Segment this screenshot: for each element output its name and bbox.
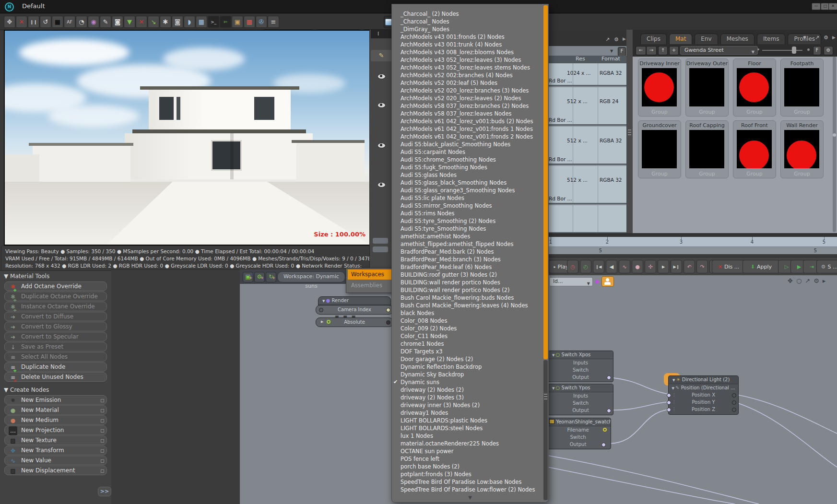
palette-icon[interactable]: ▩ bbox=[244, 16, 255, 28]
timeline-ruler[interactable]: 12345 bbox=[548, 237, 837, 246]
scroll-down-indicator[interactable]: ▼ bbox=[392, 495, 548, 500]
dropdown-item[interactable]: OCTANE sun power bbox=[392, 447, 548, 455]
script-list-icon[interactable]: ≡ bbox=[268, 16, 279, 28]
pose-icon[interactable]: ✣ bbox=[645, 260, 656, 273]
discard-button[interactable]: ✕Dis ... bbox=[712, 260, 745, 273]
visibility-eye-icon[interactable] bbox=[377, 74, 386, 79]
port-position-y[interactable]: Position Y⋮ bbox=[669, 399, 738, 406]
dropdown-item[interactable]: DOF Targets x3 bbox=[392, 348, 548, 355]
dropdown-item[interactable]: Bush Carol Mackie_flowering:leaves (4) N… bbox=[392, 302, 548, 309]
arrow-icon[interactable]: ▶ bbox=[623, 36, 626, 41]
workspace-refresh-icon[interactable]: ↻+ bbox=[266, 272, 276, 282]
cut-icon[interactable]: ✄ bbox=[220, 16, 231, 28]
dropdown-item[interactable]: ArchModels v52 002:leaf (5) Nodes bbox=[392, 79, 548, 87]
key-wave-icon[interactable]: ∿ bbox=[619, 260, 630, 273]
export-render-icon[interactable]: ↘ bbox=[148, 16, 159, 28]
path-dropdown[interactable]: Gwenda Street ▼ bbox=[680, 46, 758, 55]
back-button[interactable]: ← bbox=[636, 46, 646, 55]
tool-convert-to-specular[interactable]: Convert to Specular➜ bbox=[4, 332, 107, 341]
node-directional-light[interactable]: ▼ ☀ Directional Light (2) ▼ ✎ Position (… bbox=[668, 375, 739, 415]
exposure-pin-icon[interactable]: ◔ bbox=[76, 16, 87, 28]
node-switch-ypos[interactable]: ▼ ○ Switch Ypos InputsSwitchOutput bbox=[548, 384, 613, 415]
dropdown-item[interactable]: BradfordPear_Med:branch (3) Nodes bbox=[392, 256, 548, 263]
port-output[interactable]: Output bbox=[548, 407, 613, 414]
material-tile[interactable]: FootpathGroup bbox=[780, 59, 824, 117]
dropdown-item[interactable]: ArchModels v52 020_lorez:leaves (2) Node… bbox=[392, 94, 548, 102]
time-up-icon[interactable]: ◷ bbox=[567, 260, 578, 273]
dropdown-item[interactable]: ArchModels v52 020_lorez:branches (3) No… bbox=[392, 87, 548, 94]
add-button[interactable]: + bbox=[669, 46, 679, 55]
material-tile[interactable]: Driveway InnerGroup bbox=[638, 59, 681, 117]
dropdown-item[interactable]: driveway (2) Nodes (3) bbox=[392, 394, 548, 401]
kernel-tools-icon[interactable]: ✱ bbox=[160, 16, 171, 28]
apply-button[interactable]: ⬇Apply bbox=[743, 260, 780, 273]
schematic-viewport-right[interactable]: ld... ▼ ◆ ✥○↗⚙▸ ▼ ○ Switch Xpos InputsSw… bbox=[548, 275, 837, 504]
dropdown-item[interactable]: Door garage (2) Nodes (2) bbox=[392, 355, 548, 363]
dropdown-item[interactable]: Audi S5:chrome_Smoothing Nodes bbox=[392, 156, 548, 164]
settings-button[interactable]: ⚙S ... bbox=[816, 260, 837, 273]
port-inputs[interactable]: Inputs bbox=[548, 359, 613, 366]
redo-icon[interactable]: ↷ bbox=[696, 260, 708, 273]
tool-new-emission[interactable]: New Emission✹ bbox=[4, 395, 107, 405]
dropdown-item[interactable]: Audi S5:rims Nodes bbox=[392, 210, 548, 217]
dropdown-item[interactable]: _DimGray_ Nodes bbox=[392, 25, 548, 33]
popup-item-workspaces[interactable]: Workspaces bbox=[348, 270, 392, 280]
dropdown-scrollbar-thumb[interactable] bbox=[543, 5, 548, 359]
forward-button[interactable]: → bbox=[646, 46, 657, 55]
port-inputs[interactable]: Inputs bbox=[548, 392, 613, 399]
whitebalance-pin-icon[interactable]: ◉ bbox=[88, 16, 99, 28]
image-viewer-icon[interactable]: ▣ bbox=[232, 16, 243, 28]
dropdown-item[interactable]: _Charcoal_ Nodes bbox=[392, 18, 548, 25]
workspace-selector[interactable]: Workspace: Dynamic suns bbox=[277, 271, 345, 282]
dropdown-scrollbar-track[interactable] bbox=[543, 360, 548, 500]
step-fwd-icon[interactable]: ▶ bbox=[658, 260, 669, 273]
stop-render-icon[interactable]: ■ bbox=[52, 16, 63, 28]
dropdown-item[interactable]: BradfordPear_Med:bark (2) Nodes bbox=[392, 248, 548, 256]
dropdown-item[interactable]: Audi S5:mirror_Smoothing Nodes bbox=[392, 202, 548, 210]
port-switch[interactable]: Switch bbox=[548, 366, 613, 374]
clear-render-icon[interactable]: ✕ bbox=[136, 16, 147, 28]
tool-convert-to-diffuse[interactable]: Convert to Diffuse➜ bbox=[4, 312, 107, 321]
node-switch-xpos[interactable]: ▼ ○ Switch Xpos InputsSwitchOutput bbox=[548, 351, 613, 382]
goto-start-icon[interactable]: ❙◀ bbox=[593, 260, 604, 273]
dropdown-item[interactable]: potplant:fronds (3) Nodes bbox=[392, 470, 548, 478]
minimize-button[interactable]: — bbox=[812, 3, 821, 10]
expand-icon[interactable]: ↗ bbox=[605, 36, 610, 43]
dropdown-item[interactable]: ArchModels v43 052_lorez:leaves (3) Node… bbox=[392, 56, 548, 64]
dropdown-item[interactable]: amethist_flipped:amethist_flipped Nodes bbox=[392, 240, 548, 248]
visibility-eye-icon[interactable] bbox=[377, 143, 386, 148]
close-button[interactable]: ✕ bbox=[828, 3, 837, 10]
goto-end-icon[interactable]: ▶❙ bbox=[671, 260, 682, 273]
time-down-icon[interactable]: ◴ bbox=[580, 260, 591, 273]
new-workspace-icon[interactable]: ▣+ bbox=[243, 272, 253, 282]
workspace-settings-icon[interactable]: ⚙+ bbox=[254, 272, 265, 282]
tool-add-octane-override[interactable]: Add Octane Override✱✚ bbox=[4, 281, 107, 291]
input-dot[interactable] bbox=[319, 308, 323, 312]
dropdown-item[interactable]: porch base Nodes (2) bbox=[392, 463, 548, 470]
output-dot[interactable] bbox=[386, 308, 390, 312]
step-back-icon[interactable]: ◀ bbox=[606, 260, 617, 273]
dropdown-item[interactable]: Audi S5:tyre_Smoothing Nodes bbox=[392, 225, 548, 233]
dropdown-item[interactable]: amethist:amethist Nodes bbox=[392, 233, 548, 240]
dropdown-item[interactable]: SpeedTree Bird Of Paradise Low:flower (2… bbox=[392, 486, 548, 493]
dropdown-item[interactable]: ArchModels v61 042_lorez_v001:fronds 1 N… bbox=[392, 125, 548, 133]
dropdown-item[interactable]: ArchModels v43 001:fronds (2) Nodes bbox=[392, 33, 548, 41]
chevron-down-icon[interactable]: ▼ bbox=[803, 35, 806, 40]
visibility-eye-icon[interactable] bbox=[377, 103, 386, 108]
tab-clips[interactable]: Clips bbox=[640, 34, 667, 45]
dropdown-item[interactable]: Audi S5:lic plate Nodes bbox=[392, 194, 548, 202]
render-camera-icon[interactable]: ◙ bbox=[172, 16, 183, 28]
tool-new-material[interactable]: New Material● bbox=[4, 405, 107, 415]
dropdown-item[interactable]: driveway inner (3) Nodes (2) bbox=[392, 401, 548, 409]
dropdown-item[interactable]: driveway1 Nodes bbox=[392, 409, 548, 417]
tool-duplicate-octane-override[interactable]: Duplicate Octane Override✱✚ bbox=[4, 292, 107, 301]
tool-duplicate-node[interactable]: Duplicate Node≡✚ bbox=[4, 362, 107, 372]
dropdown-item[interactable]: black Nodes bbox=[392, 309, 548, 317]
restart-render-icon[interactable]: ↺ bbox=[40, 16, 51, 28]
tool-instance-octane-override[interactable]: Instance Octane Override✱✚ bbox=[4, 302, 107, 311]
dropdown-item[interactable]: Audi S5:glass Nodes bbox=[392, 171, 548, 179]
dropdown-item[interactable]: Audi S5:glass_orange3_Smoothing Nodes bbox=[392, 187, 548, 194]
render-node[interactable]: ▼ ● Render bbox=[318, 296, 391, 305]
dropdown-item[interactable]: Color_009 (2) Nodes bbox=[392, 325, 548, 332]
dropdown-item[interactable]: Dynamic Reflection Backdrop bbox=[392, 363, 548, 371]
